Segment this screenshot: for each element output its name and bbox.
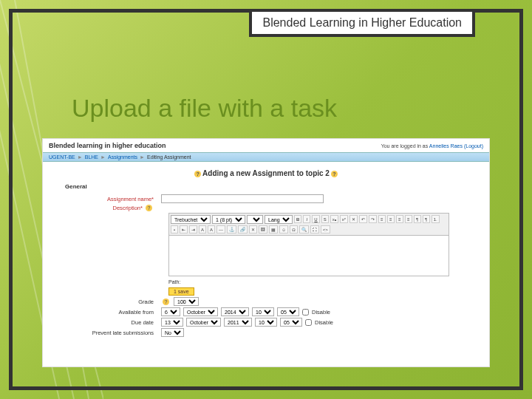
rich-text-editor: Trebuchet 1 (8 pt) Lang B I U S x₂ x² ✕ … [168,213,449,276]
table-button[interactable]: ▦ [269,225,278,233]
label-description-text: Description* [112,205,142,211]
underline-button[interactable]: U [312,215,319,223]
breadcrumb-current: Editing Assignment [147,154,191,160]
avail-year-select[interactable]: 2014 [221,307,249,316]
outdent-button[interactable]: ⇤ [180,225,188,233]
editor-toolbar: Trebuchet 1 (8 pt) Lang B I U S x₂ x² ✕ … [168,213,449,236]
editor-textarea[interactable] [168,236,449,276]
form-title: ?Adding a new Assignment to topic 2? [43,169,489,177]
anchor-button[interactable]: ⚓ [227,225,236,233]
fullscreen-button[interactable]: ⛶ [310,225,319,233]
rtl-button[interactable]: ¶ [423,215,430,223]
source-button[interactable]: <> [321,225,330,233]
screenshot-panel: Blended learning in higher education You… [42,138,490,367]
label-prevent-late: Prevent late submissions [43,330,161,336]
align-center-button[interactable]: ≡ [387,215,395,223]
row-due-date: Due date 13 October 2011 10 05 Disable [43,318,489,327]
row-prevent-late: Prevent late submissions No [43,328,489,337]
image-button[interactable]: 🖼 [259,225,267,233]
heading-select[interactable] [247,215,263,224]
due-day-select[interactable]: 13 [161,318,183,327]
editor-path-row: Path: [168,279,489,284]
bg-color-button[interactable]: A [208,225,215,233]
font-size-select[interactable]: 1 (8 pt) [212,215,245,224]
help-icon[interactable]: ? [331,171,338,177]
list-ol-button[interactable]: 1. [432,215,440,223]
row-available-from: Available from 6 October 2014 10 05 Disa… [43,307,489,316]
label-assignment-name: Assignment name* [43,196,161,202]
slide: Blended Learning in Higher Education Upl… [0,0,532,399]
bold-button[interactable]: B [294,215,301,223]
label-available-from: Available from [43,309,161,316]
page-title: Upload a file with a task [72,94,337,123]
breadcrumb-sep: ► [100,154,106,160]
link-button[interactable]: 🔗 [238,225,248,233]
hr-button[interactable]: — [216,225,225,233]
indent-button[interactable]: ⇥ [189,225,197,233]
avail-day-select[interactable]: 6 [161,307,180,316]
search-button[interactable]: 🔍 [299,225,309,233]
text-color-button[interactable]: A [199,225,206,233]
save-button[interactable]: 1 save [168,287,194,296]
sub-button[interactable]: x₂ [330,215,338,223]
path-label: Path: [168,279,180,284]
label-due-date: Due date [43,319,161,326]
sup-button[interactable]: x² [340,215,348,223]
due-hour-select[interactable]: 10 [255,318,277,327]
slide-frame: Blended Learning in Higher Education Upl… [9,9,523,390]
assignment-name-input[interactable] [161,194,324,203]
avail-disable-checkbox[interactable] [302,309,309,316]
avail-month-select[interactable]: October [183,307,218,316]
prevent-late-select[interactable]: No [161,328,184,337]
user-link[interactable]: Annelies Raes [429,143,463,149]
emoji-button[interactable]: ☺ [279,225,288,233]
logout-link[interactable]: (Logout) [463,143,483,149]
clean-button[interactable]: ✕ [349,215,358,223]
strike-button[interactable]: S [321,215,329,223]
fieldset-general: General [65,183,489,190]
redo-button[interactable]: ↷ [369,215,377,223]
help-icon[interactable]: ? [163,299,169,305]
row-grade: Grade ? 100 [43,297,489,306]
course-title: Blended learning in higher education [49,142,166,149]
align-right-button[interactable]: ≡ [396,215,403,223]
font-family-select[interactable]: Trebuchet [171,215,211,224]
ltr-button[interactable]: ¶ [414,215,421,223]
help-icon[interactable]: ? [194,171,201,177]
login-status: You are logged in as Annelies Raes (Logo… [381,143,483,149]
due-year-select[interactable]: 2011 [224,318,252,327]
due-month-select[interactable]: October [186,318,221,327]
breadcrumb-item[interactable]: UGENT-BE [49,154,75,160]
breadcrumb-sep: ► [140,154,145,160]
lang-select[interactable]: Lang [265,215,293,224]
due-disable-label: Disable [315,319,333,326]
avail-disable-label: Disable [312,309,330,316]
unlink-button[interactable]: ✕ [249,225,257,233]
label-grade: Grade [43,299,161,305]
align-left-button[interactable]: ≡ [378,215,386,223]
grade-select[interactable]: 100 [174,297,199,306]
save-row: 1 save [168,287,489,296]
list-ul-button[interactable]: • [171,225,178,233]
due-disable-checkbox[interactable] [305,319,312,326]
breadcrumb-sep: ► [78,154,83,160]
due-min-select[interactable]: 05 [280,318,302,327]
screenshot-header: Blended learning in higher education You… [43,139,489,152]
title-box: Blended Learning in Higher Education [249,9,475,37]
italic-button[interactable]: I [303,215,310,223]
align-justify-button[interactable]: ≡ [405,215,412,223]
breadcrumb: UGENT-BE►BLHE►Assignments►Editing Assign… [43,152,489,162]
help-icon[interactable]: ? [146,205,152,211]
row-assignment-name: Assignment name* [43,194,489,203]
login-prefix: You are logged in as [381,143,429,149]
undo-button[interactable]: ↶ [359,215,367,223]
avail-min-select[interactable]: 05 [277,307,299,316]
avail-hour-select[interactable]: 10 [252,307,274,316]
breadcrumb-item[interactable]: BLHE [85,154,98,160]
char-button[interactable]: Ω [290,225,298,233]
row-description: Description* ? [43,205,489,211]
form-title-text: Adding a new Assignment to topic 2 [202,169,330,177]
label-description: Description* ? [43,205,161,211]
breadcrumb-item[interactable]: Assignments [108,154,137,160]
